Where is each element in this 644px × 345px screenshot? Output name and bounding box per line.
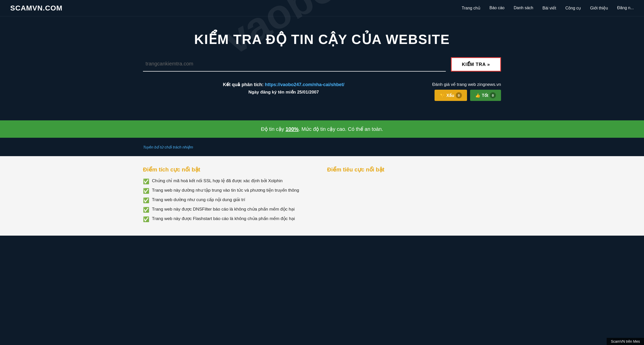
search-bar: KIỂM TRA » — [143, 57, 501, 72]
negatives-column: Điểm tiêu cực nổi bật — [327, 166, 501, 225]
list-item: ✅ Trang web này dường như tập trung vào … — [143, 188, 317, 194]
nav-list: Trang chủ Báo cáo Danh sách Bài viết Côn… — [462, 6, 634, 10]
footer-hint: ScamVN trên Mes — [607, 338, 644, 345]
nav-item-list[interactable]: Danh sách — [514, 6, 533, 10]
site-logo: SCAMVN.COM — [10, 4, 62, 12]
main-nav: Trang chủ Báo cáo Danh sách Bài viết Côn… — [462, 6, 634, 10]
header: SCAMVN.COM Trang chủ Báo cáo Danh sách B… — [0, 0, 644, 16]
hero-section: KIỂM TRA ĐỘ TIN CẬY CỦA WEBSITE vaobo247… — [0, 16, 644, 120]
positives-heading: Điểm tích cực nổi bật — [143, 166, 317, 173]
check-icon-1: ✅ — [143, 178, 149, 185]
result-right: Đánh giá về trang web zingnews.vn 👎 Xấu … — [429, 82, 501, 101]
nav-item-about[interactable]: Giới thiệu — [590, 6, 608, 10]
result-date: Ngày đăng ký tên miền 25/01/2007 — [143, 89, 424, 95]
positives-column: Điểm tích cực nổi bật ✅ Chứng chỉ mã hoá… — [143, 166, 317, 225]
search-button[interactable]: KIỂM TRA » — [451, 57, 501, 72]
list-item: ✅ Trang web dường như cung cấp nội dung … — [143, 197, 317, 203]
vote-bad-button[interactable]: 👎 Xấu 0 — [435, 90, 467, 101]
positives-list: ✅ Chứng chỉ mã hoá kết nối SSL hợp lệ đã… — [143, 178, 317, 222]
nav-item-home[interactable]: Trang chủ — [462, 6, 480, 10]
result-url[interactable]: https://vaobo247.com/nha-cai/shbet/ — [265, 82, 344, 87]
content-section: Điểm tích cực nổi bật ✅ Chứng chỉ mã hoá… — [0, 156, 644, 236]
positive-item-1: Chứng chỉ mã hoá kết nối SSL hợp lệ đã đ… — [152, 178, 283, 183]
vote-bad-count: 0 — [456, 92, 462, 98]
positive-item-4: Trang web này được DNSFilter báo cáo là … — [152, 206, 295, 212]
vote-good-button[interactable]: 👍 Tốt 0 — [470, 90, 501, 101]
nav-item-report[interactable]: Báo cáo — [490, 6, 505, 10]
trust-bar: Độ tin cậy 100%. Mức độ tin cậy cao. Có … — [0, 120, 644, 138]
positive-item-5: Trang web này được Flashstart báo cáo là… — [152, 216, 295, 221]
check-icon-5: ✅ — [143, 216, 149, 222]
list-item: ✅ Chứng chỉ mã hoá kết nối SSL hợp lệ đã… — [143, 178, 317, 185]
content-grid: Điểm tích cực nổi bật ✅ Chứng chỉ mã hoá… — [143, 166, 501, 225]
check-icon-3: ✅ — [143, 197, 149, 203]
hero-title: KIỂM TRA ĐỘ TIN CẬY CỦA WEBSITE — [10, 32, 634, 47]
nav-item-articles[interactable]: Bài viết — [542, 6, 556, 10]
result-left: Kết quả phân tích: https://vaobo247.com/… — [143, 82, 424, 95]
rating-buttons: 👎 Xấu 0 👍 Tốt 0 — [429, 90, 501, 101]
vote-good-count: 0 — [490, 92, 496, 98]
search-input-wrapper — [143, 57, 446, 72]
thumbs-up-icon: 👍 — [475, 93, 480, 98]
disclaimer-link[interactable]: Tuyên bố từ chối trách nhiệm — [143, 145, 193, 149]
positive-item-2: Trang web này dường như tập trung vào ti… — [152, 188, 299, 193]
trust-text-after: . Mức độ tin cậy cao. Có thể an toàn. — [299, 126, 383, 132]
trust-percent: 100% — [285, 126, 298, 132]
check-icon-2: ✅ — [143, 188, 149, 194]
search-input[interactable] — [143, 57, 446, 70]
disclaimer: Tuyên bố từ chối trách nhiệm — [143, 143, 501, 154]
thumbs-down-icon: 👎 — [440, 93, 445, 98]
result-area: Kết quả phân tích: https://vaobo247.com/… — [143, 79, 501, 110]
list-item: ✅ Trang web này được Flashstart báo cáo … — [143, 216, 317, 222]
trust-text-before: Độ tin cậy — [261, 126, 285, 132]
nav-item-login[interactable]: Đăng n... — [617, 6, 634, 10]
vote-bad-label: Xấu — [446, 93, 454, 98]
positive-item-3: Trang web dường như cung cấp nội dung gi… — [152, 197, 245, 202]
list-item: ✅ Trang web này được DNSFilter báo cáo l… — [143, 206, 317, 213]
negatives-heading: Điểm tiêu cực nổi bật — [327, 166, 501, 173]
result-label: Kết quả phân tích: https://vaobo247.com/… — [143, 82, 424, 87]
vote-good-label: Tốt — [482, 93, 488, 98]
nav-item-tools[interactable]: Công cụ — [565, 6, 581, 10]
result-row: Kết quả phân tích: https://vaobo247.com/… — [143, 82, 501, 101]
rating-label: Đánh giá về trang web zingnews.vn — [429, 82, 501, 87]
check-icon-4: ✅ — [143, 207, 149, 213]
